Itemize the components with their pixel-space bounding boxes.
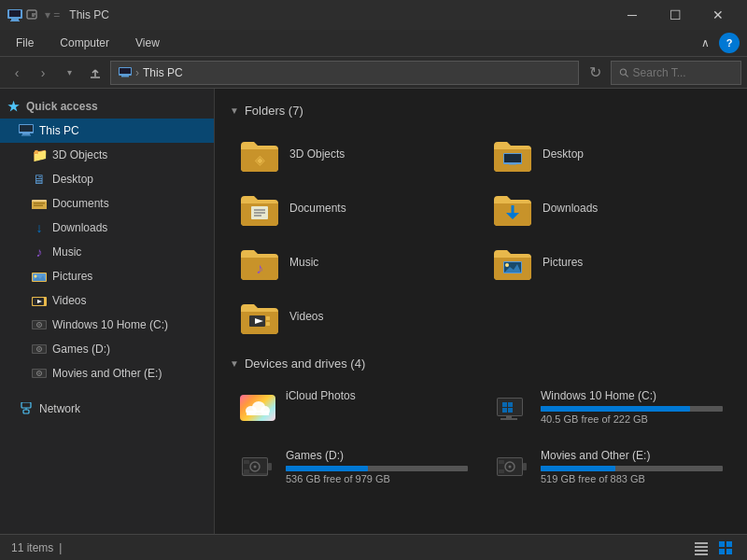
sidebar-item-music[interactable]: ♪ Music (0, 240, 214, 264)
tab-file[interactable]: File (4, 32, 46, 54)
sidebar-item-network[interactable]: Network (0, 397, 214, 421)
tab-view[interactable]: View (123, 32, 172, 54)
svg-rect-89 (695, 542, 708, 544)
sidebar-item-videos[interactable]: Videos (0, 288, 214, 313)
movies-e-capacity: 519 GB free of 883 GB (541, 473, 723, 484)
svg-rect-92 (695, 553, 708, 555)
refresh-button[interactable]: ↻ (583, 61, 607, 85)
content-area: ▼ Folders (7) ◈ 3D Objects (215, 89, 747, 535)
svg-rect-95 (719, 549, 725, 554)
svg-point-85 (509, 466, 512, 469)
sidebar-item-pictures[interactable]: Pictures (0, 264, 214, 288)
folder-label-pictures: Pictures (543, 256, 583, 269)
status-bar: 11 items | (0, 534, 747, 560)
devices-grid: iCloud Photos (230, 382, 732, 494)
title-bar-title: This PC (69, 8, 109, 21)
folder-icon-music: ♪ (239, 245, 280, 280)
sidebar-item-desktop[interactable]: 🖥 Desktop (0, 167, 214, 191)
games-d-icon (240, 450, 275, 485)
svg-rect-8 (121, 76, 129, 77)
sidebar-item-movies-e[interactable]: Movies and Other (E:) (0, 361, 214, 385)
recent-locations-button[interactable]: ▾ (58, 62, 80, 84)
folder-item-documents[interactable]: Documents (230, 183, 479, 233)
movies-e-icon-wrap (494, 449, 531, 486)
sidebar-item-this-pc[interactable]: This PC (0, 119, 214, 143)
games-d-capacity: 536 GB free of 979 GB (286, 473, 468, 484)
forward-button[interactable]: › (32, 62, 54, 84)
sidebar-item-win10[interactable]: Windows 10 Home (C:) (0, 313, 214, 337)
up-button[interactable] (84, 62, 106, 84)
games-d-bar-bg (286, 466, 468, 471)
svg-rect-46 (509, 163, 516, 165)
devices-collapse-icon: ▼ (230, 358, 239, 369)
svg-rect-72 (506, 416, 512, 418)
svg-rect-65 (247, 411, 269, 415)
ribbon-collapse-button[interactable]: ∧ (695, 33, 715, 53)
svg-point-35 (38, 348, 40, 350)
svg-line-10 (626, 74, 628, 77)
sidebar-quick-access[interactable]: ★ Quick access (0, 94, 214, 119)
tab-computer[interactable]: Computer (48, 32, 121, 54)
svg-rect-68 (502, 402, 507, 407)
folder-pictures-icon (32, 269, 47, 284)
search-input[interactable] (633, 66, 733, 79)
svg-rect-61 (266, 322, 270, 326)
folder-item-desktop[interactable]: Desktop (483, 129, 732, 179)
device-item-games-d[interactable]: Games (D:) 536 GB free of 979 GB (230, 441, 477, 494)
folder-item-pictures[interactable]: Pictures (483, 237, 732, 287)
games-d-info: Games (D:) 536 GB free of 979 GB (286, 449, 468, 484)
movies-e-icon (495, 450, 530, 485)
sidebar-3d-label: 3D Objects (52, 148, 107, 161)
svg-rect-2 (11, 19, 19, 21)
folder-item-3d-objects[interactable]: ◈ 3D Objects (230, 129, 479, 179)
device-item-icloud[interactable]: iCloud Photos (230, 382, 477, 434)
svg-rect-7 (120, 68, 131, 74)
win-c-capacity: 40.5 GB free of 222 GB (541, 413, 723, 425)
svg-rect-91 (695, 550, 708, 552)
search-box[interactable] (611, 61, 741, 85)
folders-section-title: Folders (7) (245, 104, 303, 118)
status-item-count: 11 items (11, 541, 53, 554)
device-item-win-c[interactable]: Windows 10 Home (C:) 40.5 GB free of 222… (485, 382, 732, 434)
maximize-button[interactable]: ☐ (654, 0, 697, 30)
svg-point-22 (35, 275, 37, 278)
folder-music-icon: ♪ (32, 245, 47, 259)
status-separator: | (59, 541, 62, 554)
svg-rect-18 (34, 205, 43, 207)
folder-item-videos[interactable]: Videos (230, 291, 479, 342)
tiles-view-button[interactable] (715, 538, 736, 558)
title-bar-controls: ─ ☐ ✕ (611, 0, 740, 30)
folder-icon-videos (239, 299, 280, 334)
sidebar-games-d-label: Games (D:) (52, 343, 110, 356)
devices-section-header[interactable]: ▼ Devices and drives (4) (230, 357, 732, 371)
win-c-icon-wrap (494, 389, 531, 427)
sidebar-item-documents[interactable]: Documents (0, 191, 214, 216)
folders-collapse-icon: ▼ (230, 105, 239, 116)
title-bar-left: ▾ = This PC (7, 7, 109, 22)
device-item-movies-e[interactable]: Movies and Other (E:) 519 GB free of 883… (485, 441, 732, 494)
folders-section-header[interactable]: ▼ Folders (7) (230, 104, 732, 118)
sidebar-item-3d-objects[interactable]: 📁 3D Objects (0, 143, 214, 167)
minimize-button[interactable]: ─ (611, 0, 654, 30)
folder-item-music[interactable]: ♪ Music (230, 237, 479, 287)
sidebar-videos-label: Videos (52, 294, 86, 307)
details-view-button[interactable] (691, 538, 712, 558)
sidebar-desktop-label: Desktop (52, 173, 93, 186)
svg-rect-41 (23, 410, 29, 413)
sidebar-pictures-label: Pictures (52, 270, 92, 283)
icloud-icon-wrap (239, 389, 276, 427)
sidebar-movies-e-label: Movies and Other (E:) (52, 367, 162, 380)
sidebar-item-games-d[interactable]: Games (D:) (0, 337, 214, 361)
address-bar: ‹ › ▾ › This PC ↻ (0, 57, 747, 89)
back-button[interactable]: ‹ (6, 62, 28, 84)
svg-text:♪: ♪ (256, 260, 263, 276)
folders-grid: ◈ 3D Objects Desktop (230, 129, 732, 342)
folder-item-downloads[interactable]: Downloads (483, 183, 732, 233)
folder-label-music: Music (289, 256, 318, 269)
sidebar-item-downloads[interactable]: ↓ Downloads (0, 216, 214, 240)
address-path[interactable]: › This PC (110, 61, 579, 85)
games-d-label: Games (D:) (286, 449, 468, 462)
close-button[interactable]: ✕ (697, 0, 740, 30)
help-button[interactable]: ? (719, 33, 740, 53)
movies-e-bar-fill (541, 466, 615, 471)
